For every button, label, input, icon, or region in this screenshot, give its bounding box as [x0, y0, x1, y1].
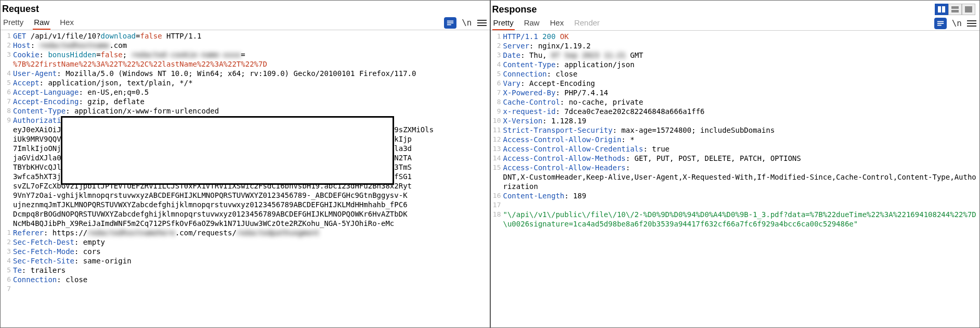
- tab-hex[interactable]: Hex: [549, 16, 565, 30]
- line-number: 5: [1, 266, 13, 275]
- line-number: [491, 172, 503, 191]
- tab-pretty[interactable]: Pretty: [2, 16, 24, 30]
- response-title: Response: [492, 4, 537, 15]
- code-line: 15Access-Control-Allow-Headers:: [491, 163, 980, 172]
- line-number: [1, 209, 13, 219]
- line-text: Access-Control-Allow-Methods: GET, PUT, …: [503, 154, 980, 163]
- code-line: 1Referer: https://redactedhostnamehere.c…: [1, 228, 490, 237]
- line-text: 9VnY7zOai-vghijklmnopqrstuvwxyzABCDEFGHI…: [13, 191, 490, 200]
- line-number: 8: [491, 97, 503, 107]
- tab-pretty[interactable]: Pretty: [492, 16, 515, 30]
- line-text: Access-Control-Allow-Credentials: true: [503, 144, 980, 154]
- tab-hex[interactable]: Hex: [59, 16, 75, 30]
- request-editor[interactable]: 1GET /api/v1/file/10?download=false HTTP…: [1, 30, 490, 327]
- line-number: 18: [491, 210, 503, 229]
- line-text: Sec-Fetch-Mode: cors: [13, 247, 490, 256]
- line-text: Cookie: bonusHidden=false; redacted-cook…: [13, 50, 490, 59]
- request-title: Request: [2, 4, 39, 15]
- line-text: NcMb4BQJibPh_X9ReiJaImdWNF5m2Cq712PSfkOv…: [13, 219, 490, 228]
- code-line: 2Sec-Fetch-Dest: empty: [1, 237, 490, 247]
- layout-columns-icon[interactable]: [935, 4, 948, 15]
- tab-raw[interactable]: Raw: [523, 16, 541, 30]
- code-line: 6Vary: Accept-Encoding: [491, 79, 980, 88]
- line-text: Accept-Language: en-US,en;q=0.5: [13, 87, 490, 97]
- line-text: Date: Thu, 07 Sep 2023 11:21 GMT: [503, 51, 980, 60]
- line-number: 5: [491, 69, 503, 79]
- response-editor[interactable]: 1HTTP/1.1 200 OK2Server: nginx/1.19.23Da…: [491, 31, 980, 327]
- actions-icon[interactable]: [444, 17, 456, 29]
- line-text: Connection: close: [503, 69, 980, 79]
- line-text: Te: trailers: [13, 266, 490, 275]
- line-text: TBYbKHVcQJlYXRlZEJ5Ijp7ImlkIjo0NjgsInVzZ…: [13, 162, 490, 172]
- code-line: 7X-Powered-By: PHP/7.4.14: [491, 88, 980, 97]
- line-number: 1: [1, 31, 13, 41]
- line-text: ujneznmqJmTJKLMNOPQRSTUVWXYZabcdefghijkl…: [13, 200, 490, 209]
- code-line: 6Connection: close: [1, 275, 490, 284]
- line-text: 3wfca5hXT3jZSI6IlVTRVJfQ1JFQVRFRCIsImxhc…: [13, 172, 490, 181]
- line-text: iUk9MRV9QQVlFUiIsIlJPTEVfVVNFUiJdLCJ1c2V…: [13, 134, 490, 144]
- response-tabs: PrettyRawHexRender: [492, 16, 601, 30]
- svg-rect-0: [447, 20, 453, 21]
- line-number: 15: [491, 163, 503, 172]
- code-line: jaGVidXJla0BnbWFpbC5jb20iLCJpc0FjdGl2ZSI…: [1, 153, 490, 162]
- request-toolbar: \n: [444, 17, 486, 29]
- newline-toggle[interactable]: \n: [952, 18, 962, 28]
- code-line: 13Access-Control-Allow-Credentials: true: [491, 144, 980, 154]
- code-line: 2Server: nginx/1.19.2: [491, 41, 980, 51]
- response-toolbar: \n: [934, 18, 976, 29]
- tab-raw[interactable]: Raw: [33, 16, 50, 30]
- code-line: %7B%22firstName%22%3A%22T%22%2C%22lastNa…: [1, 59, 490, 69]
- code-line: DNT,X-CustomHeader,Keep-Alive,User-Agent…: [491, 172, 980, 191]
- line-number: 10: [491, 116, 503, 125]
- actions-icon[interactable]: [934, 18, 947, 29]
- layout-rows-icon[interactable]: [948, 4, 962, 15]
- code-line: 7ImlkIjoONjgsInVzZXJuYW1lIjoidGVzdEBleGF…: [1, 144, 490, 153]
- line-number: [1, 181, 13, 191]
- code-line: 11Strict-Transport-Security: max-age=157…: [491, 125, 980, 135]
- newline-toggle[interactable]: \n: [462, 18, 472, 28]
- options-icon[interactable]: [967, 19, 976, 28]
- line-number: 17: [491, 200, 503, 210]
- line-number: 1: [491, 32, 503, 41]
- line-text: Cache-Control: no-cache, private: [503, 97, 980, 107]
- line-number: 2: [1, 237, 13, 247]
- line-number: 3: [491, 51, 503, 60]
- line-number: [1, 59, 13, 69]
- line-number: 11: [491, 125, 503, 135]
- code-line: 12Access-Control-Allow-Origin: *: [491, 135, 980, 144]
- line-text: Authorization: Bearer: [13, 116, 490, 125]
- line-number: [1, 219, 13, 228]
- line-number: 4: [491, 60, 503, 69]
- line-number: [1, 144, 13, 153]
- line-text: "\/api\/v1\/public\/file\/10\/2-%D0%9D%D…: [503, 210, 980, 229]
- request-header: Request: [1, 1, 490, 16]
- line-number: [1, 191, 13, 200]
- layout-buttons: [935, 4, 975, 15]
- request-tabs: PrettyRawHex: [2, 16, 75, 30]
- line-number: 7: [491, 88, 503, 97]
- code-line: 5Connection: close: [491, 69, 980, 79]
- line-text: Strict-Transport-Security: max-age=15724…: [503, 125, 980, 135]
- code-line: eyJ0eXAiOiJKV1QiLCJhbGciOiJSUzI1NiJ9.eyJ…: [1, 125, 490, 134]
- line-number: [1, 153, 13, 162]
- line-text: [13, 284, 490, 294]
- line-number: 4: [1, 256, 13, 266]
- svg-rect-2: [447, 24, 451, 25]
- code-line: 1HTTP/1.1 200 OK: [491, 32, 980, 41]
- layout-single-icon[interactable]: [962, 4, 975, 15]
- options-icon[interactable]: [477, 18, 487, 28]
- code-line: 4Sec-Fetch-Site: same-origin: [1, 256, 490, 266]
- request-tabs-row: PrettyRawHex \n: [1, 16, 490, 30]
- code-line: 3Sec-Fetch-Mode: cors: [1, 247, 490, 256]
- line-number: 6: [1, 87, 13, 97]
- svg-rect-1: [447, 22, 453, 23]
- code-line: 1GET /api/v1/file/10?download=false HTTP…: [1, 31, 490, 41]
- code-line: 5Te: trailers: [1, 266, 490, 275]
- svg-rect-7: [965, 6, 972, 12]
- request-pane: Request PrettyRawHex \n 1GET /api/v1/fil…: [1, 1, 490, 327]
- code-line: 9Authorization: Bearer: [1, 116, 490, 125]
- line-number: [1, 172, 13, 181]
- code-line: 16Content-Length: 189: [491, 191, 980, 200]
- svg-rect-3: [938, 6, 941, 12]
- line-number: 8: [1, 106, 13, 116]
